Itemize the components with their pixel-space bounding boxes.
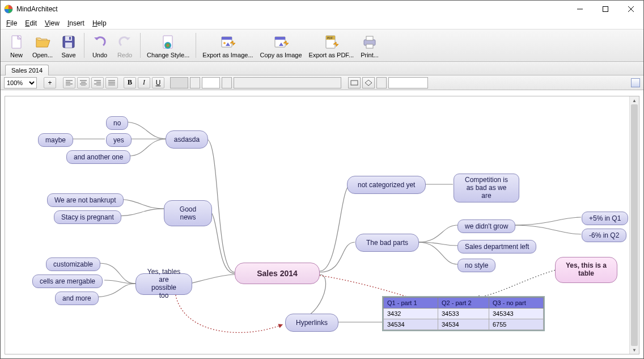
node-badparts[interactable]: The bad parts: [355, 234, 419, 252]
redo-button[interactable]: Redo: [112, 30, 137, 61]
add-node-button[interactable]: +: [44, 77, 56, 88]
font-combo[interactable]: [234, 77, 341, 88]
copy-image-button[interactable]: Copy as Image: [257, 30, 306, 61]
svg-point-11: [164, 42, 171, 49]
svg-rect-39: [351, 81, 358, 85]
svg-rect-2: [603, 7, 608, 12]
export-pdf-button[interactable]: PDF Export as PDF...: [306, 30, 357, 61]
vertical-scrollbar[interactable]: ▲ ▼: [629, 96, 639, 354]
node-no[interactable]: no: [106, 116, 128, 130]
format-bar: 100% + B I U: [1, 75, 643, 90]
node-hyperlinks[interactable]: Hyperlinks: [285, 314, 338, 332]
fill-color-dropdown[interactable]: [222, 77, 232, 88]
table-header: Q1 - part 1: [384, 298, 438, 309]
node-goodnews[interactable]: Good news: [164, 200, 212, 226]
node-grow[interactable]: we didn't grow: [457, 219, 515, 233]
align-center-button[interactable]: [77, 77, 90, 88]
document-tab[interactable]: Sales 2014: [5, 65, 49, 75]
change-style-button[interactable]: Change Style...: [143, 30, 193, 61]
export-image-button[interactable]: Export as Image...: [199, 30, 256, 61]
svg-rect-16: [275, 37, 285, 40]
app-icon: [4, 5, 13, 14]
main-toolbar: New Open... Save Undo Redo Change Style.…: [1, 29, 643, 62]
svg-rect-8: [65, 43, 72, 48]
window-title: MindArchitect: [16, 5, 567, 13]
node-yes[interactable]: yes: [106, 133, 132, 147]
node-customizable[interactable]: customizable: [46, 257, 100, 271]
menu-help[interactable]: Help: [89, 19, 110, 28]
canvas-area[interactable]: Sales 2014 asdasda no yes and another on…: [5, 96, 639, 354]
menu-file[interactable]: File: [3, 19, 20, 28]
toolbar-separator: [196, 33, 196, 58]
scroll-down-arrow[interactable]: ▼: [630, 346, 639, 354]
title-bar: MindArchitect: [1, 1, 643, 18]
zoom-select[interactable]: 100%: [4, 77, 37, 88]
svg-marker-40: [365, 80, 372, 86]
node-stacy[interactable]: Stacy is pregnant: [54, 210, 121, 224]
underline-button[interactable]: U: [152, 77, 164, 88]
svg-rect-22: [366, 44, 373, 48]
scroll-up-arrow[interactable]: ▲: [630, 96, 639, 104]
table-cell[interactable]: 345343: [489, 309, 544, 319]
node-another[interactable]: and another one: [66, 150, 130, 164]
svg-rect-9: [69, 37, 71, 40]
table-cell[interactable]: 34533: [438, 309, 489, 319]
svg-point-14: [223, 42, 226, 44]
node-nostyle[interactable]: no style: [457, 259, 495, 272]
save-button[interactable]: Save: [56, 30, 81, 61]
svg-rect-21: [366, 36, 373, 40]
node-mergable[interactable]: cells are mergable: [32, 274, 103, 288]
tab-strip: Sales 2014: [1, 62, 643, 75]
bold-button[interactable]: B: [124, 77, 136, 88]
align-right-button[interactable]: [91, 77, 104, 88]
align-left-button[interactable]: [63, 77, 75, 88]
node-q1up[interactable]: +5% in Q1: [582, 212, 628, 225]
print-button[interactable]: Print...: [357, 30, 382, 61]
style-combo[interactable]: [388, 77, 428, 88]
node-notcat[interactable]: not categorized yet: [347, 176, 426, 194]
fill-color-swatch[interactable]: [202, 77, 220, 88]
node-salesleft[interactable]: Sales department left: [457, 240, 536, 254]
node-annotation[interactable]: Yes, this is a table: [555, 257, 617, 283]
maximize-button[interactable]: [592, 1, 618, 17]
shape-rect-button[interactable]: [348, 77, 361, 88]
svg-rect-13: [222, 37, 232, 40]
shape-diamond-button[interactable]: [362, 77, 375, 88]
align-justify-button[interactable]: [105, 77, 118, 88]
svg-rect-7: [65, 36, 72, 41]
menu-edit[interactable]: Edit: [22, 19, 40, 28]
undo-button[interactable]: Undo: [87, 30, 112, 61]
node-maybe[interactable]: maybe: [38, 133, 73, 147]
toolbar-separator: [140, 33, 141, 58]
shape-dropdown[interactable]: [376, 77, 387, 88]
text-color-swatch[interactable]: [170, 77, 188, 88]
close-button[interactable]: [618, 1, 643, 17]
italic-button[interactable]: I: [138, 77, 150, 88]
table-cell[interactable]: 34534: [384, 319, 438, 330]
table-header: Q3 - no part: [489, 298, 544, 309]
scroll-thumb[interactable]: [631, 104, 638, 346]
root-node[interactable]: Sales 2014: [235, 263, 320, 284]
menu-bar: File Edit View Insert Help: [1, 18, 643, 29]
node-andmore[interactable]: and more: [55, 292, 99, 305]
open-button[interactable]: Open...: [29, 30, 56, 61]
new-button[interactable]: New: [4, 30, 29, 61]
table-cell[interactable]: 6755: [489, 319, 544, 330]
svg-text:PDF: PDF: [327, 36, 333, 40]
menu-insert[interactable]: Insert: [64, 19, 88, 28]
text-color-dropdown[interactable]: [190, 77, 200, 88]
menu-view[interactable]: View: [41, 19, 63, 28]
minimize-button[interactable]: [567, 1, 592, 17]
table-cell[interactable]: 34534: [438, 319, 489, 330]
toolbar-separator: [84, 33, 84, 58]
table-cell[interactable]: 3432: [384, 309, 438, 319]
node-asdasda[interactable]: asdasda: [166, 130, 208, 149]
node-bankrupt[interactable]: We are not bankrupt: [47, 193, 124, 207]
node-tables[interactable]: Yes, tables are possible too: [135, 273, 192, 295]
table-header: Q2 - part 2: [438, 298, 489, 309]
panel-toggle-icon[interactable]: [631, 78, 640, 87]
node-q2down[interactable]: -6% in Q2: [582, 229, 626, 242]
node-competition[interactable]: Competition is as bad as we are: [454, 174, 519, 202]
embedded-table[interactable]: Q1 - part 1 Q2 - part 2 Q3 - no part 343…: [382, 296, 545, 331]
